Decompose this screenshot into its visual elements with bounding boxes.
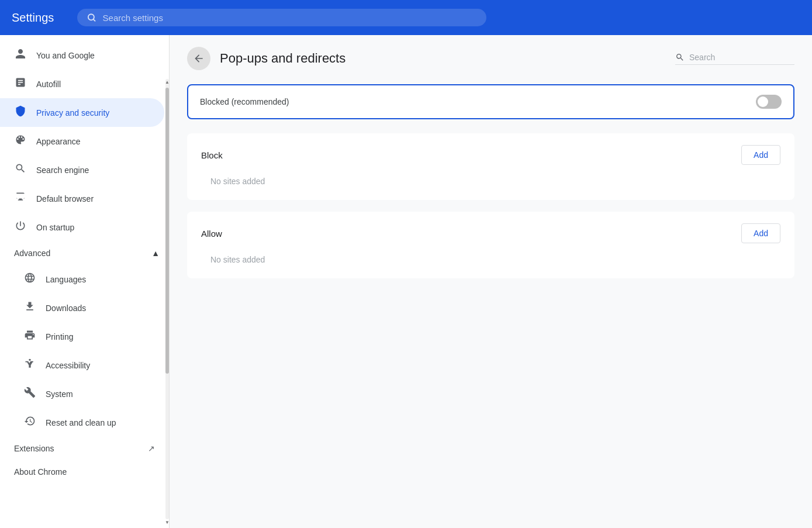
content-area: Pop-ups and redirects Blocked (recommend… [170,35,812,528]
sidebar-item-accessibility[interactable]: Accessibility [0,351,164,379]
toggle-slider [756,95,782,109]
sidebar-item-about-chrome[interactable]: About Chrome [0,460,164,484]
sidebar-label-autofill: Autofill [36,80,61,89]
main-layout: You and Google Autofill Privacy and secu… [0,35,812,528]
header-search-bar[interactable] [77,9,486,26]
block-add-button[interactable]: Add [741,145,780,165]
svg-point-0 [88,14,94,20]
blocked-recommended-card: Blocked (recommended) [187,84,794,119]
content-search-input[interactable] [689,53,794,62]
scroll-arrow-down[interactable]: ▼ [165,519,169,525]
scroll-arrow-up[interactable]: ▲ [165,79,169,85]
accessibility-icon [23,358,36,372]
sidebar-item-extensions[interactable]: Extensions ↗ [0,437,164,460]
default-browser-icon [14,191,27,206]
sidebar-item-reset-clean[interactable]: Reset and clean up [0,408,164,437]
blocked-label: Blocked (recommended) [200,97,756,106]
allow-add-button[interactable]: Add [741,223,780,243]
sidebar-label-reset-clean: Reset and clean up [46,418,116,427]
block-section: Block Add No sites added [187,133,794,200]
appearance-icon [14,134,27,149]
sidebar-label-extensions: Extensions [14,444,54,453]
block-section-header: Block Add [201,145,780,165]
languages-icon [23,272,36,287]
person-icon [14,48,27,63]
printing-icon [23,329,36,344]
sidebar-label-on-startup: On startup [36,223,74,232]
sidebar-label-you-google: You and Google [36,51,95,60]
sidebar-item-appearance[interactable]: Appearance [0,127,164,156]
block-empty-text: No sites added [201,170,780,188]
sidebar-label-search-engine: Search engine [36,165,89,175]
sidebar-label-printing: Printing [46,332,73,341]
allow-section-header: Allow Add [201,223,780,243]
sidebar-item-you-google[interactable]: You and Google [0,41,164,70]
allow-section: Allow Add No sites added [187,212,794,278]
advanced-section-label: Advanced [14,249,50,258]
sidebar-label-appearance: Appearance [36,137,81,146]
shield-icon [14,105,27,120]
sidebar-item-privacy-security[interactable]: Privacy and security [0,98,164,127]
sidebar-label-accessibility: Accessibility [46,361,90,370]
sidebar-item-printing[interactable]: Printing [0,322,164,351]
reset-icon [23,415,36,430]
content-search-icon [675,53,685,62]
scrollbar-thumb[interactable] [165,88,169,374]
scrollbar-track [165,79,169,519]
sidebar-label-downloads: Downloads [46,303,86,313]
advanced-section-header[interactable]: Advanced ▲ [0,241,169,265]
sidebar-item-default-browser[interactable]: Default browser [0,184,164,213]
sidebar-label-system: System [46,389,73,399]
back-button[interactable] [187,47,210,70]
sidebar-label-about-chrome: About Chrome [14,467,67,477]
allow-empty-text: No sites added [201,248,780,267]
startup-icon [14,220,27,234]
downloads-icon [23,301,36,315]
search-engine-icon [14,163,27,177]
sidebar-item-on-startup[interactable]: On startup [0,213,164,241]
external-link-icon: ↗ [148,444,155,453]
sidebar-item-search-engine[interactable]: Search engine [0,156,164,184]
app-title: Settings [12,11,54,25]
svg-line-1 [94,19,95,21]
svg-point-2 [29,359,30,361]
header-search-icon [87,12,96,23]
sidebar: You and Google Autofill Privacy and secu… [0,35,170,528]
sidebar-label-languages: Languages [46,275,86,284]
sidebar-label-default-browser: Default browser [36,194,94,203]
sidebar-item-system[interactable]: System [0,379,164,408]
blocked-toggle[interactable] [756,95,782,109]
block-title: Block [201,150,741,160]
sidebar-label-privacy-security: Privacy and security [36,108,109,118]
system-icon [23,386,36,401]
chevron-up-icon: ▲ [151,249,160,258]
sidebar-item-languages[interactable]: Languages [0,265,164,294]
sidebar-item-autofill[interactable]: Autofill [0,70,164,98]
allow-title: Allow [201,229,741,239]
content-search-bar[interactable] [675,53,794,65]
autofill-icon [14,77,27,91]
header-search-input[interactable] [103,13,478,23]
content-header: Pop-ups and redirects [187,47,794,70]
sidebar-item-downloads[interactable]: Downloads [0,294,164,322]
page-title: Pop-ups and redirects [220,51,666,66]
header: Settings [0,0,812,35]
